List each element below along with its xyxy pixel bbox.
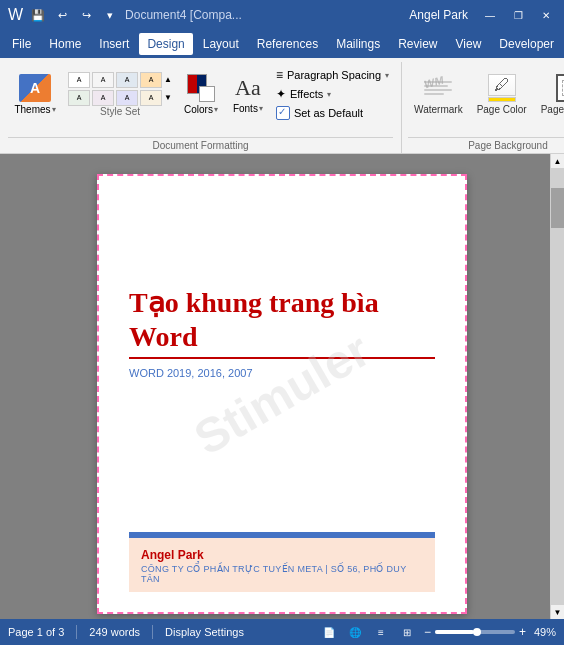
page-bg-group: WM Watermark 🖊 Page Color (404, 62, 564, 153)
ribbon-items-doc: A Themes ▾ A A A A ▲ (8, 62, 393, 137)
style-swatch-3[interactable]: A (116, 72, 138, 88)
menu-references[interactable]: References (249, 33, 326, 55)
paragraph-spacing-button[interactable]: ≡ Paragraph Spacing ▾ (272, 66, 393, 84)
word-count: 249 words (89, 626, 140, 638)
page-footer-area: Angel Park CÔNG TY CỔ PHẦN TRỰC TUYẾN ME… (129, 532, 435, 592)
title-bar-left: W 💾 ↩ ↪ ▾ Document4 [Compa... (8, 4, 242, 26)
restore-btn[interactable]: ❐ (508, 5, 528, 25)
colors-button[interactable]: Colors ▾ (178, 64, 224, 124)
more-qa-btn[interactable]: ▾ (99, 4, 121, 26)
view-web-btn[interactable]: 🌐 (346, 623, 364, 641)
menu-developer[interactable]: Developer (491, 33, 562, 55)
zoom-slider[interactable]: − + (424, 625, 526, 639)
document-area: Stimuler Tạo khung trang bìa Word WORD 2… (0, 154, 564, 619)
style-set-label: Style Set (68, 106, 172, 117)
style-swatch-2[interactable]: A (92, 72, 114, 88)
set-default-check-icon (276, 106, 290, 120)
menu-bar: File Home Insert Design Layout Reference… (0, 30, 564, 58)
menu-review[interactable]: Review (390, 33, 445, 55)
fonts-label: Fonts ▾ (233, 103, 263, 114)
menu-layout[interactable]: Layout (195, 33, 247, 55)
scroll-up-btn[interactable]: ▲ (551, 154, 565, 168)
view-print-btn[interactable]: 📄 (320, 623, 338, 641)
style-swatch-7[interactable]: A (116, 90, 138, 106)
style-swatch-4[interactable]: A (140, 72, 162, 88)
watermark-icon: WM (422, 74, 454, 102)
menu-file[interactable]: File (4, 33, 39, 55)
watermark-button[interactable]: WM Watermark (408, 64, 469, 124)
view-outline-btn[interactable]: ≡ (372, 623, 390, 641)
zoom-track[interactable] (435, 630, 515, 634)
view-draft-btn[interactable]: ⊞ (398, 623, 416, 641)
undo-qa-btn[interactable]: ↩ (51, 4, 73, 26)
zoom-fill (435, 630, 474, 634)
scroll-track[interactable] (551, 168, 565, 605)
status-bar: Page 1 of 3 249 words Display Settings 📄… (0, 619, 564, 645)
colors-dropdown-arrow: ▾ (214, 105, 218, 114)
set-as-default-button[interactable]: Set as Default (272, 104, 393, 122)
status-divider-2 (152, 625, 153, 639)
status-right: 📄 🌐 ≡ ⊞ − + 49% (320, 623, 556, 641)
style-swatch-8[interactable]: A (140, 90, 162, 106)
style-set-area: A A A A ▲ A A A A ▼ Style Set (64, 64, 176, 124)
ribbon-content: A Themes ▾ A A A A ▲ (0, 58, 564, 153)
colors-icon (187, 74, 215, 102)
title-bar-right: Angel Park — ❐ ✕ (409, 5, 556, 25)
redo-qa-btn[interactable]: ↪ (75, 4, 97, 26)
doc-formatting-label: Document Formatting (8, 137, 393, 153)
page-borders-icon (556, 74, 564, 102)
display-settings[interactable]: Display Settings (165, 626, 244, 638)
menu-home[interactable]: Home (41, 33, 89, 55)
menu-design[interactable]: Design (139, 33, 192, 55)
page-footer: Angel Park CÔNG TY CỔ PHẦN TRỰC TUYẾN ME… (129, 535, 435, 592)
page-color-button[interactable]: 🖊 Page Color (471, 64, 533, 124)
minimize-btn[interactable]: — (480, 5, 500, 25)
title-bar: W 💾 ↩ ↪ ▾ Document4 [Compa... Angel Park… (0, 0, 564, 30)
scroll-thumb[interactable] (551, 188, 565, 228)
paragraph-spacing-icon: ≡ (276, 68, 283, 82)
formatting-options-group: ≡ Paragraph Spacing ▾ ✦ Effects ▾ Set as… (272, 64, 393, 124)
ribbon: A Themes ▾ A A A A ▲ (0, 58, 564, 154)
zoom-out-btn[interactable]: − (424, 625, 431, 639)
document-page: Stimuler Tạo khung trang bìa Word WORD 2… (97, 174, 467, 614)
window-title: Document4 [Compa... (125, 8, 242, 22)
doc-formatting-group: A Themes ▾ A A A A ▲ (4, 62, 402, 153)
themes-dropdown-arrow: ▾ (52, 105, 56, 114)
style-set-scroll-up[interactable]: ▲ (164, 72, 172, 88)
scroll-down-btn[interactable]: ▼ (551, 605, 565, 619)
page-bg-label: Page Background (408, 137, 564, 153)
word-logo-icon: W (8, 6, 23, 24)
page-title: Tạo khung trang bìa Word (129, 286, 435, 359)
status-left: Page 1 of 3 249 words Display Settings (8, 625, 244, 639)
style-swatch-6[interactable]: A (92, 90, 114, 106)
effects-arrow: ▾ (327, 90, 331, 99)
close-btn[interactable]: ✕ (536, 5, 556, 25)
page-borders-button[interactable]: Page Borders (535, 64, 564, 124)
themes-label: Themes ▾ (14, 104, 55, 115)
fonts-dropdown-arrow: ▾ (259, 104, 263, 113)
menu-insert[interactable]: Insert (91, 33, 137, 55)
footer-name: Angel Park (141, 548, 423, 562)
save-qa-btn[interactable]: 💾 (27, 4, 49, 26)
ribbon-items-pagebg: WM Watermark 🖊 Page Color (408, 62, 564, 137)
style-set-scroll-down[interactable]: ▼ (164, 90, 172, 106)
page-color-icon: 🖊 (486, 74, 518, 102)
effects-button[interactable]: ✦ Effects ▾ (272, 85, 393, 103)
zoom-level[interactable]: 49% (534, 626, 556, 638)
menu-mailings[interactable]: Mailings (328, 33, 388, 55)
style-swatch-5[interactable]: A (68, 90, 90, 106)
fonts-icon: Aa (235, 75, 261, 101)
footer-company: CÔNG TY CỔ PHẦN TRỰC TUYẾN META | SỐ 56,… (141, 564, 423, 584)
fonts-button[interactable]: Aa Fonts ▾ (226, 64, 270, 124)
themes-button[interactable]: A Themes ▾ (8, 64, 62, 124)
style-set-row1: A A A A ▲ (68, 72, 172, 88)
menu-view[interactable]: View (448, 33, 490, 55)
style-set-row2: A A A A ▼ (68, 90, 172, 106)
zoom-thumb[interactable] (473, 628, 481, 636)
themes-icon: A (19, 74, 51, 102)
zoom-in-btn[interactable]: + (519, 625, 526, 639)
status-divider-1 (76, 625, 77, 639)
main-area: Stimuler Tạo khung trang bìa Word WORD 2… (0, 154, 564, 619)
page-info: Page 1 of 3 (8, 626, 64, 638)
style-swatch-1[interactable]: A (68, 72, 90, 88)
